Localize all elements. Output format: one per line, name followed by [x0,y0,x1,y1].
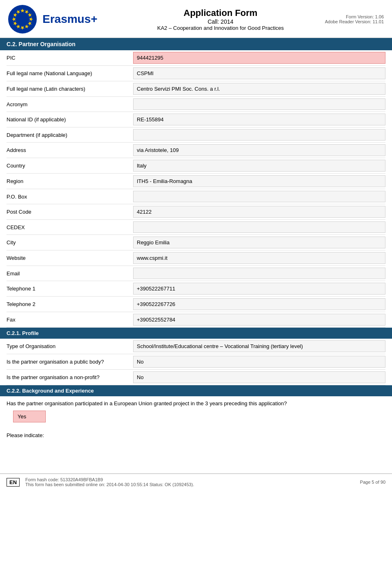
label-non-profit: Is the partner organisation a non-profit… [7,370,133,385]
footer-submitted: This form has been submitted online on: … [25,482,360,487]
value-city: Reggio Emilia [133,237,385,248]
form-row-fax: Fax +390522552784 [7,312,385,328]
value-region: ITH5 - Emilia-Romagna [133,175,385,187]
value-country: Italy [133,160,385,172]
section-c2-header: C.2. Partner Organisation [0,38,392,50]
value-public-body: No [133,356,385,368]
value-fullname-nat: CSPMI [133,67,385,79]
form-row-type-org: Type of Organisation School/Institute/Ed… [7,339,385,354]
footer-text: Form hash code: 513320A49BFBA1B9 This fo… [25,477,360,487]
value-fullname-lat: Centro Servizi PMI Soc. Cons. a r.l. [133,83,385,95]
footer-hash: Form hash code: 513320A49BFBA1B9 [25,477,360,482]
header-title-area: Application Form Call: 2014 KA2 – Cooper… [114,8,318,31]
form-row-public-body: Is the partner organisation a public bod… [7,354,385,370]
section-c2-title: C.2. Partner Organisation [7,41,76,47]
label-city: City [7,235,133,250]
label-postcode: Post Code [7,204,133,219]
value-cedex [133,221,385,233]
value-non-profit: No [133,371,385,383]
section-c22-header: C.2.2. Background and Experience [0,385,392,396]
form-row-non-profit: Is the partner organisation a non-profit… [7,370,385,385]
form-row-region: Region ITH5 - Emilia-Romagna [7,174,385,189]
value-address: via Aristotele, 109 [133,144,385,156]
form-row-fullname-nat: Full legal name (National Language) CSPM… [7,66,385,81]
form-version: Form Version: 1.06 [318,14,384,19]
label-pobox: P.O. Box [7,189,133,204]
label-fax: Fax [7,312,133,327]
footer-page: Page 5 of 90 [360,480,385,485]
form-row-national-id: National ID (if applicable) RE-155894 [7,112,385,127]
form-row-pic: PIC 944421295 [7,50,385,66]
value-type-org: School/Institute/Educational centre – Vo… [133,340,385,352]
adobe-version: Adobe Reader Version: 11.01 [318,19,384,24]
background-question: Has the partner organisation participate… [0,396,392,409]
form-row-city: City Reggio Emilia [7,235,385,250]
header-version: Form Version: 1.06 Adobe Reader Version:… [318,14,384,24]
value-national-id: RE-155894 [133,114,385,125]
label-type-org: Type of Organisation [7,339,133,354]
erasmus-logo-text: Erasmus+ [42,13,98,26]
value-email [133,268,385,279]
form-row-postcode: Post Code 42122 [7,204,385,220]
form-row-pobox: P.O. Box [7,189,385,204]
value-department [133,129,385,141]
section-c21-header: C.2.1. Profile [0,328,392,339]
value-tel2: +390522267726 [133,298,385,310]
form-row-department: Department (if applicable) [7,127,385,143]
page: Erasmus+ Application Form Call: 2014 KA2… [0,0,392,565]
value-postcode: 42122 [133,206,385,218]
label-national-id: National ID (if applicable) [7,112,133,127]
label-acronym: Acronym [7,97,133,112]
value-tel1: +390522267711 [133,283,385,295]
form-row-tel1: Telephone 1 +390522267711 [7,281,385,297]
logo-area: Erasmus+ [8,5,114,33]
label-tel2: Telephone 2 [7,297,133,312]
label-department: Department (if applicable) [7,127,133,142]
form-row-tel2: Telephone 2 +390522267726 [7,297,385,312]
call-label: Call: 2014 [122,18,318,25]
value-pobox [133,191,385,202]
answer-area: Yes [0,409,392,430]
label-public-body: Is the partner organisation a public bod… [7,354,133,369]
section-c21-title: C.2.1. Profile [7,330,39,336]
form-row-email: Email [7,266,385,281]
background-question-text: Has the partner organisation participate… [7,400,287,406]
en-label: EN [7,478,20,487]
please-indicate-label: Please indicate: [0,430,392,441]
label-cedex: CEDEX [7,220,133,234]
form-row-website: Website www.cspmi.it [7,250,385,266]
label-website: Website [7,250,133,266]
label-fullname-nat: Full legal name (National Language) [7,66,133,81]
label-pic: PIC [7,50,133,65]
section-c22-title: C.2.2. Background and Experience [7,388,94,394]
label-fullname-lat: Full legal name (Latin characters) [7,81,133,96]
form-row-address: Address via Aristotele, 109 [7,143,385,158]
answer-box: Yes [13,411,46,422]
label-address: Address [7,143,133,158]
app-form-title: Application Form [122,8,318,18]
form-row-acronym: Acronym [7,97,385,112]
label-tel1: Telephone 1 [7,281,133,296]
subtitle-label: KA2 – Cooperation and Innovation for Goo… [122,25,318,31]
value-pic: 944421295 [133,52,385,64]
footer: EN Form hash code: 513320A49BFBA1B9 This… [0,473,392,490]
form-row-cedex: CEDEX [7,220,385,235]
form-content: PIC 944421295 Full legal name (National … [0,50,392,328]
form-row-country: Country Italy [7,158,385,174]
label-country: Country [7,158,133,173]
value-website: www.cspmi.it [133,252,385,264]
form-row-fullname-lat: Full legal name (Latin characters) Centr… [7,81,385,97]
value-fax: +390522552784 [133,314,385,326]
value-acronym [133,98,385,110]
label-region: Region [7,174,133,189]
eu-flag-icon [8,5,37,33]
header: Erasmus+ Application Form Call: 2014 KA2… [0,0,392,38]
label-email: Email [7,266,133,281]
profile-content: Type of Organisation School/Institute/Ed… [0,339,392,385]
